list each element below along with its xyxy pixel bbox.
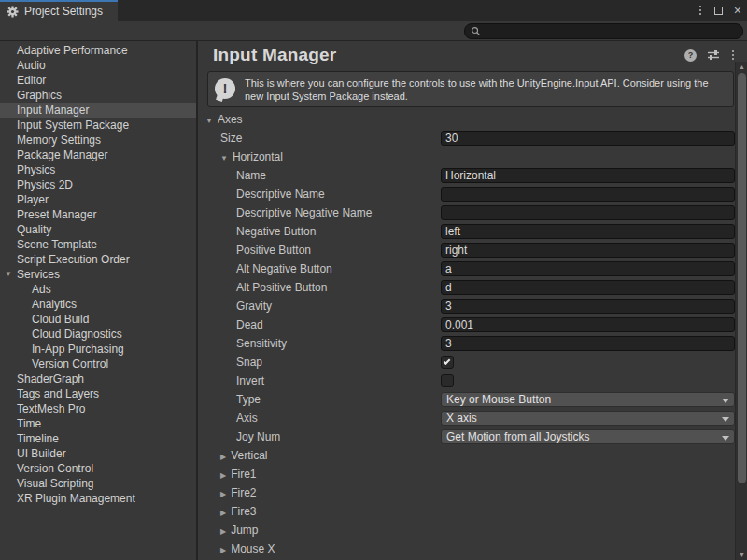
sidebar-item-memory-settings[interactable]: Memory Settings <box>0 133 196 147</box>
foldout-expanded-icon[interactable]: ▼ <box>5 267 12 282</box>
foldout-vertical[interactable]: ▶Vertical <box>220 446 268 465</box>
sidebar-item-xr-plugin-management[interactable]: XR Plugin Management <box>0 491 196 506</box>
foldout-fire2[interactable]: ▶Fire2 <box>220 483 257 502</box>
type-dropdown[interactable]: Key or Mouse Button <box>441 392 735 407</box>
axis-dropdown[interactable]: X axis <box>441 411 735 426</box>
label-text: Alt Positive Button <box>236 281 327 294</box>
sidebar-item-audio[interactable]: Audio <box>0 58 196 73</box>
more-icon[interactable] <box>730 49 736 62</box>
foldout-collapsed-icon[interactable]: ▶ <box>220 546 226 554</box>
sidebar-item-scene-template[interactable]: Scene Template <box>0 237 196 252</box>
sidebar-item-physics-2d[interactable]: Physics 2D <box>0 177 196 192</box>
sidebar-item-version-control[interactable]: Version Control <box>0 357 196 371</box>
sidebar-item-label: Ads <box>0 283 51 296</box>
sidebar-item-preset-manager[interactable]: Preset Manager <box>0 207 196 222</box>
sidebar-item-analytics[interactable]: Analytics <box>0 297 196 312</box>
close-icon[interactable]: × <box>734 4 741 17</box>
foldout-fire1[interactable]: ▶Fire1 <box>220 465 257 483</box>
gravity-input[interactable]: 3 <box>441 299 735 314</box>
foldout-collapsed-icon[interactable]: ▶ <box>220 509 226 517</box>
foldout-collapsed-icon[interactable]: ▶ <box>220 471 226 480</box>
foldout-horizontal[interactable]: ▼Horizontal <box>220 147 283 166</box>
sidebar-item-cloud-build[interactable]: Cloud Build <box>0 312 196 327</box>
sidebar-item-tags-and-layers[interactable]: Tags and Layers <box>0 386 196 401</box>
property-row-positive-button: Positive Buttonright <box>198 241 735 259</box>
sidebar-item-label: Quality <box>0 223 51 236</box>
foldout-expanded-icon[interactable]: ▼ <box>220 154 228 162</box>
foldout-jump[interactable]: ▶Jump <box>220 521 259 539</box>
sidebar-item-shadergraph[interactable]: ShaderGraph <box>0 371 196 386</box>
alt-negative-button-input[interactable]: a <box>441 261 735 276</box>
gear-icon <box>7 6 19 18</box>
name-input[interactable]: Horizontal <box>441 168 735 183</box>
sidebar-item-visual-scripting[interactable]: Visual Scripting <box>0 476 196 491</box>
label-text: Axes <box>218 113 243 126</box>
sidebar-item-player[interactable]: Player <box>0 192 196 207</box>
snap-checkbox[interactable] <box>441 356 454 369</box>
property-label: Positive Button <box>236 241 311 259</box>
sidebar-item-time[interactable]: Time <box>0 416 196 431</box>
joy-num-dropdown[interactable]: Get Motion from all Joysticks <box>441 429 735 444</box>
foldout-collapsed-icon[interactable]: ▶ <box>220 453 226 461</box>
sidebar-item-script-execution-order[interactable]: Script Execution Order <box>0 252 196 267</box>
sidebar-item-textmesh-pro[interactable]: TextMesh Pro <box>0 401 196 416</box>
sidebar-item-graphics[interactable]: Graphics <box>0 88 196 103</box>
sidebar-item-in-app-purchasing[interactable]: In-App Purchasing <box>0 342 196 357</box>
label-text: Sensitivity <box>236 337 287 350</box>
label-text: Horizontal <box>233 150 283 163</box>
sidebar-item-label: UI Builder <box>0 447 66 460</box>
sidebar-item-label: Input System Package <box>0 119 129 132</box>
foldout-collapsed-icon[interactable]: ▶ <box>220 490 226 498</box>
scroll-down-icon[interactable]: ▼ <box>736 552 747 558</box>
sidebar-item-quality[interactable]: Quality <box>0 222 196 237</box>
foldout-collapsed-icon[interactable]: ▶ <box>220 527 226 536</box>
invert-checkbox[interactable] <box>441 374 454 387</box>
sidebar-item-label: Cloud Diagnostics <box>0 328 122 341</box>
negative-button-input[interactable]: left <box>441 224 735 239</box>
property-row-jump: ▶Jump <box>198 521 735 539</box>
alt-positive-button-input[interactable]: d <box>441 280 735 295</box>
search-field[interactable] <box>464 23 743 39</box>
property-row-sensitivity: Sensitivity3 <box>198 334 735 353</box>
sidebar-item-editor[interactable]: Editor <box>0 73 196 88</box>
descriptive-name-input[interactable] <box>441 187 735 202</box>
foldout-fire3[interactable]: ▶Fire3 <box>220 502 257 521</box>
help-icon[interactable]: ? <box>684 49 697 62</box>
descriptive-negative-name-input[interactable] <box>441 205 735 220</box>
sidebar-item-ads[interactable]: Ads <box>0 282 196 297</box>
label-text: Gravity <box>236 300 272 313</box>
foldout-mouse-x[interactable]: ▶Mouse X <box>220 539 275 558</box>
window-more-icon[interactable] <box>698 4 703 17</box>
maximize-icon[interactable] <box>714 7 723 15</box>
tab-project-settings[interactable]: Project Settings <box>0 0 118 21</box>
sidebar-item-label: Version Control <box>0 357 108 371</box>
positive-button-input[interactable]: right <box>441 243 735 258</box>
sidebar-item-label: Physics 2D <box>0 178 73 191</box>
sidebar-item-input-system-package[interactable]: Input System Package <box>0 118 196 133</box>
scrollbar-thumb[interactable] <box>738 73 746 483</box>
label-text: Joy Num <box>236 430 280 443</box>
sidebar-item-cloud-diagnostics[interactable]: Cloud Diagnostics <box>0 327 196 342</box>
sidebar-item-package-manager[interactable]: Package Manager <box>0 147 196 162</box>
sidebar-item-input-manager[interactable]: Input Manager <box>0 103 196 118</box>
sidebar-item-adaptive-performance[interactable]: Adaptive Performance <box>0 43 196 58</box>
sidebar-item-label: Tags and Layers <box>0 387 99 400</box>
search-input[interactable] <box>485 26 737 37</box>
sensitivity-input[interactable]: 3 <box>441 336 735 351</box>
property-row-fire2: ▶Fire2 <box>198 483 735 502</box>
sidebar-item-timeline[interactable]: Timeline <box>0 431 196 446</box>
sidebar-item-label: Scene Template <box>0 238 97 251</box>
sidebar-item-ui-builder[interactable]: UI Builder <box>0 446 196 461</box>
foldout-expanded-icon[interactable]: ▼ <box>205 117 213 125</box>
dead-input[interactable]: 0.001 <box>441 317 735 332</box>
presets-icon[interactable] <box>707 49 720 61</box>
sidebar-item-services[interactable]: ▼Services <box>0 267 196 282</box>
label-text: Descriptive Negative Name <box>236 206 372 219</box>
sidebar-item-physics[interactable]: Physics <box>0 162 196 177</box>
sidebar-item-version-control[interactable]: Version Control <box>0 461 196 476</box>
foldout-axes[interactable]: ▼Axes <box>205 110 243 129</box>
scroll-up-icon[interactable]: ▲ <box>736 63 747 70</box>
size-input[interactable]: 30 <box>441 131 735 146</box>
vertical-scrollbar[interactable]: ▲ ▼ <box>735 62 747 560</box>
info-help-box: ! This is where you can configure the co… <box>207 71 734 107</box>
